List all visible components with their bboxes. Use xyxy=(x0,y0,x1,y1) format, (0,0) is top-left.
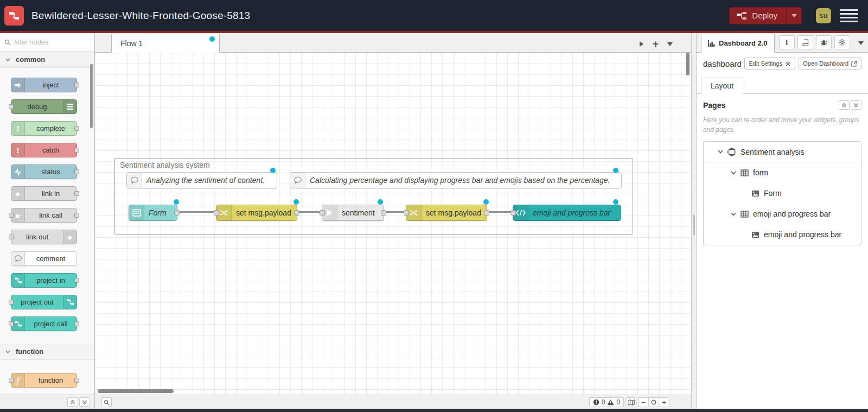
palette-node-project-in[interactable]: project in xyxy=(11,273,77,288)
comment-node[interactable]: Calculating percentage and displaying pr… xyxy=(290,172,622,188)
main-menu-button[interactable] xyxy=(840,9,858,22)
flow-list-button[interactable] xyxy=(667,42,673,46)
output-port[interactable] xyxy=(74,378,79,383)
tab-dashboard-2[interactable]: Dashboard 2.0 xyxy=(701,34,775,53)
palette-node-catch[interactable]: ! catch xyxy=(11,143,77,157)
zoom-reset-button[interactable] xyxy=(648,397,659,407)
tab-layout[interactable]: Layout xyxy=(701,78,743,94)
input-port[interactable] xyxy=(9,213,14,218)
chevron-down-icon[interactable] xyxy=(718,150,723,154)
help-tab-button[interactable] xyxy=(797,35,813,49)
splitter-handle[interactable] xyxy=(693,214,695,235)
input-port[interactable] xyxy=(9,104,14,109)
output-port[interactable] xyxy=(294,210,299,215)
search-icon xyxy=(4,39,11,46)
canvas-horizontal-scrollbar[interactable] xyxy=(98,389,174,393)
map-icon xyxy=(628,400,635,405)
notification-counts[interactable]: 0 0 xyxy=(589,397,624,407)
input-port[interactable] xyxy=(9,300,14,305)
add-flow-button[interactable]: + xyxy=(653,40,659,48)
avatar[interactable]: su xyxy=(816,8,831,23)
tab-flow-1[interactable]: Flow 1 xyxy=(111,34,220,53)
input-port[interactable] xyxy=(214,210,219,215)
wire[interactable] xyxy=(177,211,216,213)
open-dashboard-button[interactable]: Open Dashboard xyxy=(799,58,861,69)
comment-node[interactable]: Analyzing the sentiment of content. xyxy=(126,172,277,188)
chevron-down-icon xyxy=(5,350,10,353)
collapse-categories-button[interactable] xyxy=(67,397,78,407)
collapse-all-button[interactable] xyxy=(839,100,850,110)
wire[interactable] xyxy=(384,211,406,213)
output-port[interactable] xyxy=(74,126,79,131)
node-template[interactable]: emoji and progress bar xyxy=(513,205,621,221)
flow-group[interactable]: Sentiment analysis system xyxy=(114,159,633,234)
output-port[interactable] xyxy=(74,278,79,283)
config-tab-button[interactable] xyxy=(834,35,850,49)
output-port[interactable] xyxy=(74,169,79,174)
chevron-down-icon[interactable] xyxy=(731,212,736,216)
palette-node-status[interactable]: status xyxy=(11,164,77,179)
deploy-options-button[interactable] xyxy=(786,8,801,24)
palette-category-function[interactable]: function xyxy=(0,344,94,360)
tree-item-widget[interactable]: Form xyxy=(704,183,861,204)
canvas-vertical-scrollbar[interactable] xyxy=(686,53,690,75)
palette-node-function[interactable]: f function xyxy=(11,373,77,388)
chevron-down-icon[interactable] xyxy=(731,171,736,175)
zoom-in-button[interactable]: + xyxy=(659,397,669,407)
input-port[interactable] xyxy=(9,321,14,326)
output-port[interactable] xyxy=(74,148,79,153)
palette-node-comment[interactable]: comment xyxy=(11,251,77,266)
output-port[interactable] xyxy=(174,210,180,215)
tree-item-group[interactable]: form xyxy=(704,162,861,183)
palette-node-project-call[interactable]: project call xyxy=(11,316,77,331)
modified-indicator-dot xyxy=(613,168,618,173)
expand-categories-button[interactable] xyxy=(79,397,90,407)
sidebar-menu-button[interactable] xyxy=(858,41,864,45)
node-sentiment[interactable]: sentiment xyxy=(322,205,384,221)
palette-scrollbar[interactable] xyxy=(90,64,93,128)
next-tab-button[interactable] xyxy=(639,41,644,47)
input-port[interactable] xyxy=(9,378,14,383)
input-port[interactable] xyxy=(404,210,409,215)
sidebar: Dashboard 2.0 i dashboard Edit Settings … xyxy=(697,33,868,409)
flow-canvas[interactable]: Sentiment analysis system Analyzing the … xyxy=(95,53,691,395)
navigator-toggle-button[interactable] xyxy=(626,397,636,407)
tree-item-widget[interactable]: emoji and progress bar xyxy=(704,224,861,245)
zoom-out-button[interactable]: − xyxy=(638,397,649,407)
tree-item-group[interactable]: emoji and progress bar xyxy=(704,204,861,224)
output-port[interactable] xyxy=(74,83,79,87)
palette-category-common[interactable]: common xyxy=(0,52,94,68)
edit-settings-button[interactable]: Edit Settings xyxy=(744,58,795,69)
error-count: 0 xyxy=(602,398,605,406)
expand-all-button[interactable] xyxy=(851,100,861,110)
palette-node-complete[interactable]: ! complete xyxy=(11,121,77,136)
input-port[interactable] xyxy=(510,210,516,215)
palette-node-link-in[interactable]: link in xyxy=(11,186,77,201)
debug-tab-button[interactable] xyxy=(816,35,832,49)
wire[interactable] xyxy=(487,211,513,213)
input-port[interactable] xyxy=(9,234,14,239)
group-label: Sentiment analysis system xyxy=(120,161,210,169)
node-change[interactable]: set msg.payload xyxy=(406,205,487,221)
palette-search[interactable] xyxy=(0,33,94,52)
output-port[interactable] xyxy=(74,191,79,196)
palette-node-link-call[interactable]: link call xyxy=(11,208,77,223)
wire[interactable] xyxy=(297,211,322,213)
palette-node-project-out[interactable]: project out xyxy=(11,295,77,309)
palette-filter-input[interactable] xyxy=(14,38,79,46)
deploy-button[interactable]: Deploy xyxy=(729,7,802,24)
info-tab-button[interactable]: i xyxy=(779,35,795,49)
node-change[interactable]: set msg.payload xyxy=(216,205,297,221)
output-port[interactable] xyxy=(74,213,79,218)
output-port[interactable] xyxy=(484,210,489,215)
palette-node-link-out[interactable]: link out xyxy=(11,230,77,244)
search-flows-button[interactable] xyxy=(101,397,112,407)
output-port[interactable] xyxy=(381,210,386,215)
sidebar-splitter[interactable] xyxy=(691,33,697,409)
palette-node-inject[interactable]: inject xyxy=(11,78,77,92)
input-port[interactable] xyxy=(320,210,325,215)
tree-item-page[interactable]: Sentiment analysis xyxy=(704,142,861,162)
node-form[interactable]: Form xyxy=(129,205,177,221)
palette-node-debug[interactable]: debug xyxy=(11,99,77,114)
output-port[interactable] xyxy=(74,321,79,326)
